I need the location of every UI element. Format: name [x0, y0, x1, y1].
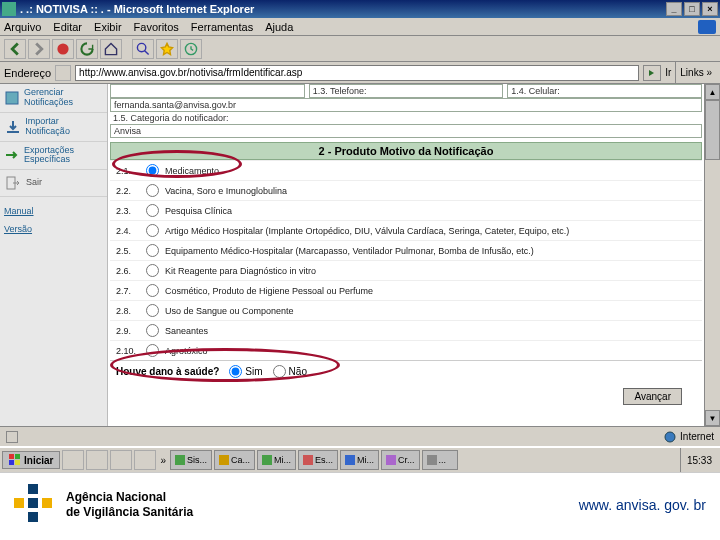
svg-point-7: [665, 432, 675, 442]
svg-line-2: [144, 50, 148, 54]
option-label: Medicamento: [165, 166, 219, 176]
security-zone: Internet: [664, 431, 714, 443]
windows-flag-icon: [9, 454, 21, 466]
svg-rect-4: [6, 92, 18, 104]
task-tab[interactable]: Es...: [298, 450, 338, 470]
msn-icon[interactable]: [698, 20, 716, 34]
radio-medicamento[interactable]: [146, 164, 159, 177]
option-210[interactable]: 2.10.Agrotóxico: [110, 340, 702, 360]
field-telefone: 1.3. Telefone:: [309, 84, 504, 98]
export-icon: [4, 146, 20, 164]
sidebar-item-manual[interactable]: Manual: [0, 197, 107, 221]
task-tab[interactable]: Mi...: [257, 450, 296, 470]
history-button[interactable]: [180, 39, 202, 59]
cat-label: 1.5. Categoria do notificador:: [110, 112, 702, 124]
forward-button[interactable]: [28, 39, 50, 59]
radio-pesquisa[interactable]: [146, 204, 159, 217]
option-21[interactable]: 2.1.Medicamento: [110, 160, 702, 180]
radio-agro[interactable]: [146, 344, 159, 357]
vertical-scrollbar[interactable]: ▲ ▼: [704, 84, 720, 426]
system-clock[interactable]: 15:33: [680, 448, 718, 472]
quick-launch-1[interactable]: [62, 450, 84, 470]
quick-launch-4[interactable]: [134, 450, 156, 470]
option-26[interactable]: 2.6.Kit Reagente para Diagnóstico in vit…: [110, 260, 702, 280]
advance-button[interactable]: Avançar: [623, 388, 682, 405]
task-tab[interactable]: Mi...: [340, 450, 379, 470]
task-tab[interactable]: Sis...: [170, 450, 212, 470]
radio-sangue[interactable]: [146, 304, 159, 317]
option-25[interactable]: 2.5.Equipamento Médico-Hospitalar (Marca…: [110, 240, 702, 260]
page-icon: [55, 65, 71, 81]
sidebar-item-importar[interactable]: Importar Notificação: [0, 113, 107, 142]
option-label: Pesquisa Clínica: [165, 206, 232, 216]
main-panel: 1.3. Telefone: 1.4. Celular: fernanda.sa…: [108, 84, 720, 426]
scroll-up-button[interactable]: ▲: [705, 84, 720, 100]
dano-sim[interactable]: Sim: [229, 365, 262, 378]
task-tab[interactable]: Cr...: [381, 450, 420, 470]
favorites-button[interactable]: [156, 39, 178, 59]
minimize-button[interactable]: _: [666, 2, 682, 16]
option-27[interactable]: 2.7.Cosmético, Produto de Higiene Pessoa…: [110, 280, 702, 300]
address-label: Endereço: [4, 67, 51, 79]
url-input[interactable]: [75, 65, 639, 81]
option-28[interactable]: 2.8.Uso de Sangue ou Componente: [110, 300, 702, 320]
slide-footer: Agência Nacional de Vigilância Sanitária…: [0, 472, 720, 536]
radio-equip[interactable]: [146, 244, 159, 257]
svg-rect-5: [7, 131, 19, 133]
window-titlebar: . .: NOTIVISA :: . - Microsoft Internet …: [0, 0, 720, 18]
radio-kit[interactable]: [146, 264, 159, 277]
sidebar-label: Manual: [4, 207, 34, 217]
task-tab[interactable]: ...: [422, 450, 458, 470]
import-icon: [4, 118, 21, 136]
refresh-button[interactable]: [76, 39, 98, 59]
option-label: Equipamento Médico-Hospitalar (Marcapass…: [165, 246, 534, 256]
sidebar-item-sair[interactable]: Sair: [0, 170, 107, 197]
quick-launch-3[interactable]: [110, 450, 132, 470]
sidebar-item-exportacoes[interactable]: Exportações Específicas: [0, 142, 107, 171]
maximize-button[interactable]: □: [684, 2, 700, 16]
task-tab[interactable]: Ca...: [214, 450, 255, 470]
dano-question: Houve dano à saúde? Sim Não: [110, 360, 702, 382]
sidebar-item-gerenciar[interactable]: Gerenciar Notificações: [0, 84, 107, 113]
menu-favoritos[interactable]: Favoritos: [134, 21, 179, 33]
status-bar: Internet: [0, 426, 720, 446]
menu-ferramentas[interactable]: Ferramentas: [191, 21, 253, 33]
option-29[interactable]: 2.9.Saneantes: [110, 320, 702, 340]
sidebar-label: Importar Notificação: [25, 117, 103, 137]
start-button[interactable]: Iniciar: [2, 451, 60, 469]
radio-sim[interactable]: [229, 365, 242, 378]
field-12: [110, 84, 305, 98]
menu-arquivo[interactable]: Arquivo: [4, 21, 41, 33]
menu-editar[interactable]: Editar: [53, 21, 82, 33]
radio-cosmetico[interactable]: [146, 284, 159, 297]
globe-icon: [664, 431, 676, 443]
menu-ajuda[interactable]: Ajuda: [265, 21, 293, 33]
home-button[interactable]: [100, 39, 122, 59]
field-email: fernanda.santa@anvisa.gov.br: [110, 98, 702, 112]
close-button[interactable]: ×: [702, 2, 718, 16]
scroll-down-button[interactable]: ▼: [705, 410, 720, 426]
radio-nao[interactable]: [273, 365, 286, 378]
go-button[interactable]: [643, 65, 661, 81]
links-button[interactable]: Links »: [675, 62, 716, 83]
search-button[interactable]: [132, 39, 154, 59]
zone-label: Internet: [680, 431, 714, 442]
radio-saneantes[interactable]: [146, 324, 159, 337]
radio-artigo[interactable]: [146, 224, 159, 237]
app-icon: [2, 2, 16, 16]
status-icon: [6, 431, 18, 443]
sidebar-label: Exportações Específicas: [24, 146, 103, 166]
dano-nao[interactable]: Não: [273, 365, 307, 378]
option-23[interactable]: 2.3.Pesquisa Clínica: [110, 200, 702, 220]
sidebar-item-versao[interactable]: Versão: [0, 221, 107, 239]
option-22[interactable]: 2.2.Vacina, Soro e Imunoglobulina: [110, 180, 702, 200]
scroll-thumb[interactable]: [705, 100, 720, 160]
quick-launch-2[interactable]: [86, 450, 108, 470]
footer-line1: Agência Nacional: [66, 490, 193, 504]
option-24[interactable]: 2.4.Artigo Médico Hospitalar (Implante O…: [110, 220, 702, 240]
stop-button[interactable]: [52, 39, 74, 59]
footer-line2: de Vigilância Sanitária: [66, 505, 193, 519]
radio-vacina[interactable]: [146, 184, 159, 197]
back-button[interactable]: [4, 39, 26, 59]
menu-exibir[interactable]: Exibir: [94, 21, 122, 33]
